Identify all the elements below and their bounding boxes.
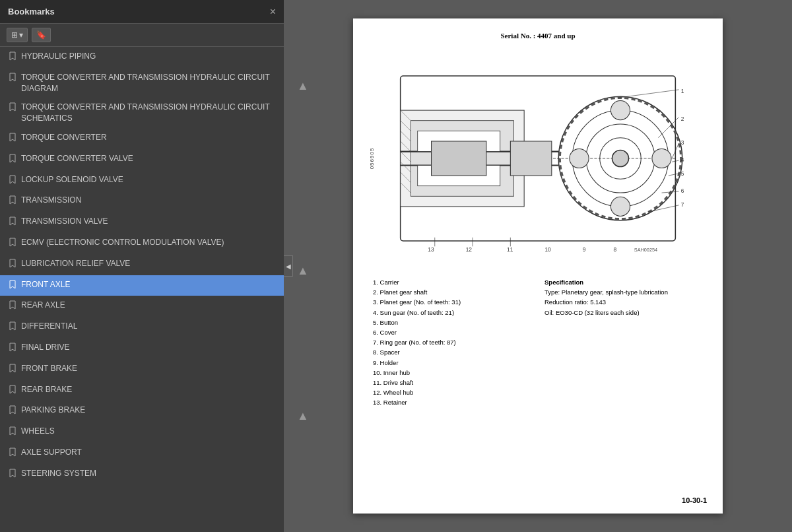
bookmark-icon	[9, 73, 16, 85]
page-up-arrow[interactable]: ▲	[297, 79, 309, 93]
bookmark-label: TORQUE CONVERTER	[21, 132, 277, 143]
svg-text:SAH00254: SAH00254	[634, 247, 657, 253]
svg-text:3: 3	[681, 139, 684, 146]
parts-list-item: 8. Spacer	[373, 347, 531, 357]
sidebar-toolbar: ⊞ ▾ 🔖	[0, 24, 284, 47]
bookmark-label: AXLE SUPPORT	[21, 447, 277, 458]
bookmark-item-torque-converter[interactable]: TORQUE CONVERTER	[0, 128, 284, 149]
page-down-arrow-bot[interactable]: ▲	[297, 409, 309, 423]
bookmark-icon	[9, 280, 16, 292]
bookmark-label: TORQUE CONVERTER VALVE	[21, 153, 277, 164]
spec-line: Reduction ratio: 5.143	[544, 297, 703, 307]
bookmark-item-torque-converter-schematics[interactable]: TORQUE CONVERTER AND TRANSMISSION HYDRAU…	[0, 98, 284, 128]
view-options-button[interactable]: ⊞ ▾	[7, 28, 28, 42]
main-content: ▲ ▲ ▲ Serial No. : 4407 and up 056905	[284, 0, 792, 532]
svg-point-16	[570, 149, 589, 168]
page-content-bottom: 1. Carrier2. Planet gear shaft3. Planet …	[373, 277, 703, 407]
bookmark-icon	[9, 300, 16, 313]
bookmark-item-lockup-solenoid[interactable]: LOCKUP SOLENOID VALVE	[0, 170, 284, 191]
parts-list-item: 11. Drive shaft	[373, 378, 531, 387]
sidebar-header: Bookmarks ×	[0, 0, 284, 24]
sidebar: Bookmarks × ⊞ ▾ 🔖 HYDRAULIC PIPING TORQU…	[0, 0, 284, 532]
page-number: 10-30-1	[682, 496, 707, 504]
bookmark-label: DIFFERENTIAL	[21, 321, 277, 332]
bookmark-label: REAR AXLE	[21, 300, 277, 311]
bookmark-icon	[9, 259, 16, 271]
bookmark-label: FRONT AXLE	[21, 279, 277, 290]
spec-line: Type: Planetary gear, splash-type lubric…	[544, 287, 703, 297]
bookmark-icon	[9, 175, 16, 187]
bookmark-item-differential[interactable]: DIFFERENTIAL	[0, 317, 284, 338]
parts-list-item: 2. Planet gear shaft	[373, 287, 531, 297]
spec-title: Specification	[544, 277, 703, 287]
bookmark-item-torque-converter-diagram[interactable]: TORQUE CONVERTER AND TRANSMISSION HYDRAU…	[0, 68, 284, 98]
bookmark-icon	[9, 385, 16, 397]
parts-list-item: 3. Planet gear (No. of teeth: 31)	[373, 297, 531, 307]
bookmark-label: TORQUE CONVERTER AND TRANSMISSION HYDRAU…	[21, 72, 277, 94]
sidebar-collapse-button[interactable]: ◀	[284, 255, 293, 277]
bookmark-item-lubrication-relief[interactable]: LUBRICATION RELIEF VALVE	[0, 254, 284, 275]
parts-list-item: 12. Wheel hub	[373, 387, 531, 397]
diagram-side-label: 056905	[369, 148, 375, 170]
bookmark-item-front-brake[interactable]: FRONT BRAKE	[0, 359, 284, 380]
bookmark-item-rear-brake[interactable]: REAR BRAKE	[0, 380, 284, 401]
svg-text:9: 9	[583, 246, 586, 253]
bookmark-item-parking-brake[interactable]: PARKING BRAKE	[0, 401, 284, 422]
bookmark-icon	[9, 469, 16, 481]
bookmark-item-wheels[interactable]: WHEELS	[0, 422, 284, 443]
bookmark-label: REAR BRAKE	[21, 384, 277, 395]
parts-list-item: 13. Retainer	[373, 397, 531, 407]
close-button[interactable]: ×	[270, 7, 276, 17]
bookmark-icon-toolbar: 🔖	[36, 30, 46, 40]
bookmark-item-final-drive[interactable]: FINAL DRIVE	[0, 338, 284, 359]
bookmark-item-hydraulic-piping[interactable]: HYDRAULIC PIPING	[0, 47, 284, 68]
bookmark-label: HYDRAULIC PIPING	[21, 51, 277, 62]
bookmark-icon	[9, 343, 16, 355]
bookmark-add-button[interactable]: 🔖	[32, 28, 51, 42]
bookmark-icon	[9, 133, 16, 145]
bookmark-item-transmission-valve[interactable]: TRANSMISSION VALVE	[0, 212, 284, 233]
bookmark-item-transmission[interactable]: TRANSMISSION	[0, 191, 284, 212]
bookmark-icon	[9, 238, 16, 250]
svg-text:7: 7	[681, 201, 684, 208]
serial-number: Serial No. : 4407 and up	[373, 32, 703, 40]
bookmark-icon	[9, 154, 16, 166]
bookmark-item-ecmv[interactable]: ECMV (ELECTRONIC CONTROL MODULATION VALV…	[0, 233, 284, 254]
document-page: Serial No. : 4407 and up 056905	[353, 18, 723, 514]
bookmark-item-rear-axle[interactable]: REAR AXLE	[0, 296, 284, 317]
diagram-area: 056905	[373, 46, 703, 271]
bookmark-icon	[9, 216, 16, 229]
bookmark-item-torque-converter-valve[interactable]: TORQUE CONVERTER VALVE	[0, 149, 284, 170]
svg-text:4: 4	[681, 156, 684, 163]
bookmark-label: ECMV (ELECTRONIC CONTROL MODULATION VALV…	[21, 237, 277, 248]
svg-text:10: 10	[544, 246, 551, 253]
svg-text:1: 1	[681, 88, 684, 94]
spec-line: Oil: EO30-CD (32 liters each side)	[544, 308, 703, 317]
bookmark-label: STEERING SYSTEM	[21, 468, 277, 479]
parts-list-item: 5. Button	[373, 317, 531, 327]
svg-point-13	[610, 101, 630, 120]
spec-section: Specification Type: Planetary gear, spla…	[544, 277, 703, 407]
bookmark-icon	[9, 51, 16, 64]
bookmark-icon	[9, 448, 16, 460]
bookmark-item-axle-support[interactable]: AXLE SUPPORT	[0, 443, 284, 464]
bookmark-item-front-axle[interactable]: FRONT AXLE	[0, 275, 284, 296]
bookmark-label: TRANSMISSION	[21, 195, 277, 206]
parts-list-item: 7. Ring gear (No. of teeth: 87)	[373, 337, 531, 347]
bookmark-icon	[9, 364, 16, 376]
bookmark-label: TRANSMISSION VALVE	[21, 216, 277, 227]
bookmark-list[interactable]: HYDRAULIC PIPING TORQUE CONVERTER AND TR…	[0, 47, 284, 532]
bookmark-icon	[9, 321, 16, 334]
sidebar-title: Bookmarks	[8, 7, 55, 17]
bookmark-label: FRONT BRAKE	[21, 363, 277, 374]
page-down-arrow-mid[interactable]: ▲	[297, 264, 309, 278]
bookmark-icon	[9, 426, 16, 439]
bookmark-item-steering-system[interactable]: STEERING SYSTEM	[0, 464, 284, 485]
svg-text:6: 6	[681, 187, 684, 194]
svg-rect-12	[510, 141, 552, 176]
bookmark-label: TORQUE CONVERTER AND TRANSMISSION HYDRAU…	[21, 102, 277, 124]
svg-point-15	[610, 197, 630, 216]
spec-content: Type: Planetary gear, splash-type lubric…	[544, 287, 703, 317]
svg-text:13: 13	[428, 246, 434, 253]
dropdown-arrow-icon: ▾	[19, 30, 23, 40]
